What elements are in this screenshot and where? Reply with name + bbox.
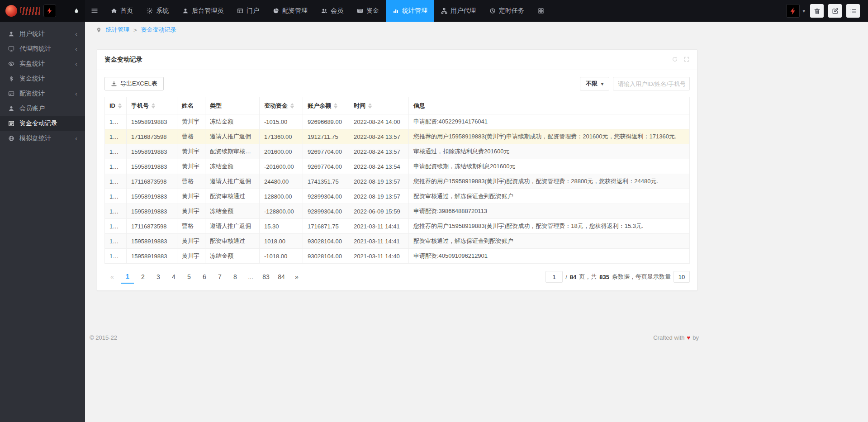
topnav-item[interactable]: 配资管理	[266, 0, 314, 22]
search-input[interactable]	[613, 77, 690, 90]
topbar-actions	[810, 4, 860, 18]
sidebar-item[interactable]: 实盘统计‹	[0, 56, 85, 71]
sort-icon[interactable]	[152, 103, 155, 109]
table-cell: 15.30	[260, 219, 303, 234]
chevron-left-icon: ‹	[75, 60, 77, 67]
pagination-page[interactable]: 5	[183, 270, 195, 284]
table-cell: 冻结金额	[205, 159, 260, 174]
page-title: 资金变动记录	[104, 56, 142, 64]
pagination-page[interactable]: 7	[213, 270, 226, 284]
column-header[interactable]: 变动资金	[260, 97, 303, 114]
sort-icon[interactable]	[368, 103, 372, 109]
topnav-item[interactable]: 门户	[230, 0, 266, 22]
pagination-page[interactable]: 3	[152, 270, 165, 284]
topnav-item[interactable]: 资金	[350, 0, 386, 22]
sort-icon[interactable]	[290, 103, 294, 109]
globe-icon	[8, 135, 14, 142]
topnav-item[interactable]: 会员	[314, 0, 350, 22]
topnav-item[interactable]: 系统	[140, 0, 175, 22]
table-cell: 2022-08-19 13:57	[349, 174, 409, 189]
page-size-input[interactable]: 10	[674, 271, 690, 283]
page-number-input[interactable]	[545, 271, 563, 283]
pagination-info: / 84 页，共 835 条数据，每页显示数量 10	[545, 271, 690, 283]
pagination-page[interactable]: 6	[198, 270, 211, 284]
topnav-item[interactable]: 统计管理	[386, 0, 434, 22]
table-cell: 15958919883	[127, 189, 177, 204]
breadcrumb-link[interactable]: 统计管理	[106, 26, 129, 34]
column-header[interactable]: ID	[105, 97, 127, 114]
edit-icon	[832, 8, 839, 14]
list-lines-button[interactable]	[846, 4, 860, 18]
pagination-page[interactable]: 8	[229, 270, 242, 284]
pagination-page[interactable]: 83	[260, 270, 272, 284]
sidebar-item[interactable]: 用户统计‹	[0, 26, 85, 41]
table-cell: 黄川宇	[177, 234, 205, 249]
table-cell: 申请配资:405229914176041	[409, 114, 690, 129]
pagination-page[interactable]: 1	[121, 270, 134, 284]
brand-logo[interactable]	[0, 0, 85, 22]
topnav-item-label: 会员	[331, 7, 343, 15]
topnav-item[interactable]: 用户代理	[434, 0, 483, 22]
breadcrumb-items: 统计管理>资金变动记录	[106, 26, 176, 34]
pagination-page[interactable]: 84	[275, 270, 288, 284]
sidebar-item[interactable]: 模拟盘统计‹	[0, 131, 85, 146]
column-header[interactable]: 手机号	[127, 97, 177, 114]
table-cell: -201600.00	[260, 159, 303, 174]
table-cell: 17116873598	[127, 219, 177, 234]
topnav-item-label: 后台管理员	[192, 7, 223, 15]
filter-dropdown-button[interactable]: 不限 ▾	[580, 77, 609, 90]
topnav-item[interactable]: 首页	[104, 0, 140, 22]
table-cell: 2022-06-09 15:59	[349, 204, 409, 219]
trash-button[interactable]	[810, 4, 824, 18]
table-cell: 邀请人推广返佣	[205, 219, 260, 234]
topnav-item[interactable]: 定时任务	[483, 0, 531, 22]
sort-icon[interactable]	[118, 103, 122, 109]
table-cell: 1399	[105, 204, 127, 219]
export-excel-button[interactable]: 导出EXCEL表	[104, 77, 164, 90]
sidebar-item[interactable]: 代理商统计‹	[0, 41, 85, 56]
table-cell: 1404	[105, 129, 127, 144]
topnav-item[interactable]: 后台管理员	[175, 0, 230, 22]
column-header[interactable]: 时间	[349, 97, 409, 114]
sort-icon[interactable]	[334, 103, 337, 109]
menu-toggle-button[interactable]	[85, 0, 104, 22]
sidebar-item[interactable]: 会员账户	[0, 101, 85, 116]
sidebar-item-label: 模拟盘统计	[19, 134, 51, 142]
table-cell: 黄川宇	[177, 114, 205, 129]
topnav-item-label: 配资管理	[282, 7, 308, 15]
breadcrumb-link[interactable]: 资金变动记录	[141, 26, 176, 34]
table-cell: 1398	[105, 219, 127, 234]
pagination-next[interactable]: »	[290, 270, 303, 284]
topnav-item-label: 首页	[120, 7, 133, 15]
table-cell: 15958919883	[127, 144, 177, 159]
table-cell: 92899304.00	[303, 189, 349, 204]
table-row: 139915958919883黄川宇冻结金额-128800.0092899304…	[105, 204, 690, 219]
edit-button[interactable]	[828, 4, 842, 18]
refresh-button[interactable]	[672, 56, 678, 64]
table-cell: 您推荐的用户15958919883(黄川宇)申请续期成功，配资管理费：20160…	[409, 129, 690, 144]
credit-prefix: Crafted with	[653, 334, 684, 341]
table-body: 140515958919883黄川宇冻结金额-1015.0092696689.0…	[105, 114, 690, 264]
topnav-item[interactable]	[531, 0, 551, 22]
sidebar-item-label: 资金统计	[19, 75, 45, 83]
column-label: 信息	[413, 102, 425, 110]
pagination-page[interactable]: 4	[167, 270, 180, 284]
portal-icon	[237, 8, 243, 14]
expand-button[interactable]	[683, 56, 690, 64]
table-cell: 黄川宇	[177, 189, 205, 204]
pages-unit: 页，共	[579, 273, 597, 281]
pagination-page[interactable]: 2	[137, 270, 149, 284]
table-cell: 1403	[105, 144, 127, 159]
admin-icon	[182, 8, 189, 14]
sidebar-item[interactable]: 配资统计‹	[0, 86, 85, 101]
table-cell: 配资审核通过，解冻保证金到配资账户	[409, 189, 690, 204]
column-header[interactable]: 账户余额	[303, 97, 349, 114]
column-header: 类型	[205, 97, 260, 114]
table-cell: 申请配资续期，冻结续期利息201600元	[409, 159, 690, 174]
table-cell: 2022-08-24 13:57	[349, 129, 409, 144]
sidebar-item[interactable]: 资金变动记录	[0, 116, 85, 131]
brand-lightning-logo	[43, 5, 56, 17]
sidebar-item[interactable]: 资金统计	[0, 71, 85, 86]
user-menu[interactable]: ▾	[786, 4, 805, 18]
table-cell: 您推荐的用户15958919883(黄川宇)配资成功，配资管理费：18元，您获得…	[409, 219, 690, 234]
